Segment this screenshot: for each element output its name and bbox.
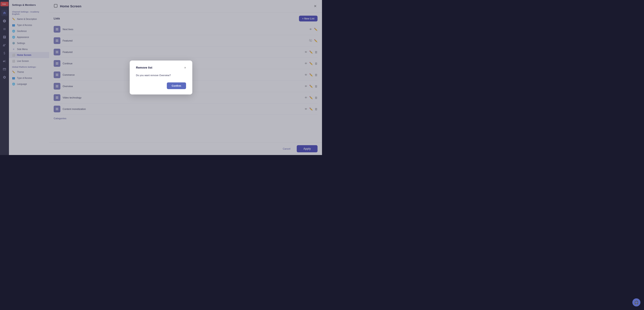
modal-close-button[interactable]: ×	[184, 66, 186, 69]
modal-body: Do you want remove Overview?	[136, 73, 186, 77]
remove-list-modal: Remove list × Do you want remove Overvie…	[130, 60, 192, 95]
modal-footer: Confirm	[136, 82, 186, 89]
modal-overlay: Remove list × Do you want remove Overvie…	[0, 0, 322, 155]
modal-header: Remove list ×	[136, 66, 186, 69]
modal-title: Remove list	[136, 66, 152, 69]
confirm-button[interactable]: Confirm	[167, 82, 186, 89]
